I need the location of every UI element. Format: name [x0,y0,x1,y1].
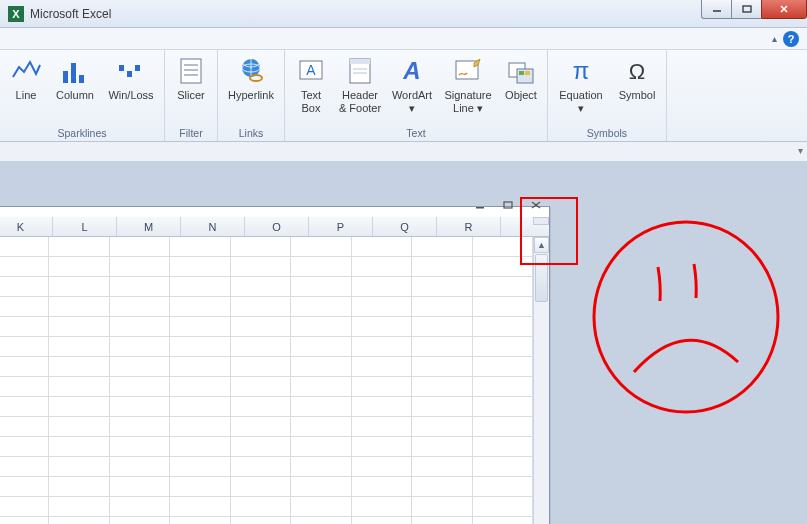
cell[interactable] [231,337,291,357]
cell[interactable] [473,517,533,524]
cell[interactable] [170,257,230,277]
cell[interactable] [231,257,291,277]
cell[interactable] [0,377,49,397]
col-header[interactable]: Q [373,217,437,236]
cell[interactable] [110,257,170,277]
cell[interactable] [473,257,533,277]
scroll-up-icon[interactable]: ▲ [534,237,549,253]
cell[interactable] [170,377,230,397]
cell[interactable] [110,237,170,257]
cell[interactable] [231,457,291,477]
cell[interactable] [170,477,230,497]
ribbon-collapse-icon[interactable]: ▴ [772,33,777,44]
cell[interactable] [231,377,291,397]
cell[interactable] [473,417,533,437]
cell[interactable] [291,317,351,337]
cell[interactable] [352,257,412,277]
vertical-scrollbar[interactable]: ▲ [533,237,549,524]
cell[interactable] [473,477,533,497]
cell[interactable] [170,337,230,357]
col-header[interactable]: K [0,217,53,236]
cell[interactable] [231,357,291,377]
cell[interactable] [473,497,533,517]
cell[interactable] [170,497,230,517]
cell[interactable] [0,517,49,524]
cell[interactable] [49,297,109,317]
cell[interactable] [412,437,472,457]
cell[interactable] [110,457,170,477]
cell[interactable] [170,437,230,457]
object-button[interactable]: Object [499,53,543,125]
maximize-button[interactable] [731,0,761,19]
cell[interactable] [291,337,351,357]
slicer-button[interactable]: Slicer [169,53,213,125]
cell[interactable] [412,477,472,497]
cell[interactable] [412,277,472,297]
hyperlink-button[interactable]: Hyperlink [222,53,280,125]
cell[interactable] [231,317,291,337]
cell[interactable] [0,297,49,317]
cell[interactable] [412,457,472,477]
scroll-thumb[interactable] [535,254,548,302]
cell[interactable] [291,437,351,457]
help-icon[interactable]: ? [783,31,799,47]
cell[interactable] [170,357,230,377]
cell[interactable] [231,397,291,417]
workbook-minimize-button[interactable] [473,199,487,211]
cell[interactable] [412,417,472,437]
sparkline-column-button[interactable]: Column [50,53,100,125]
cell[interactable] [170,417,230,437]
symbol-button[interactable]: Ω Symbol [612,53,662,125]
cell[interactable] [412,397,472,417]
workbook-maximize-button[interactable] [501,199,515,211]
cell[interactable] [0,417,49,437]
cell[interactable] [291,237,351,257]
cell[interactable] [170,397,230,417]
cell[interactable] [412,257,472,277]
cell[interactable] [352,457,412,477]
cell[interactable] [473,317,533,337]
minimize-button[interactable] [701,0,731,19]
cell[interactable] [352,517,412,524]
cell[interactable] [110,437,170,457]
cell[interactable] [352,497,412,517]
cell[interactable] [110,337,170,357]
cell[interactable] [49,337,109,357]
cell[interactable] [291,297,351,317]
cell[interactable] [0,457,49,477]
cell[interactable] [49,237,109,257]
cell[interactable] [49,477,109,497]
col-header[interactable]: L [53,217,117,236]
cell[interactable] [291,357,351,377]
cell[interactable] [291,457,351,477]
cell[interactable] [170,517,230,524]
cell[interactable] [352,377,412,397]
cell[interactable] [0,277,49,297]
cell[interactable] [110,497,170,517]
cell[interactable] [231,497,291,517]
cell[interactable] [473,297,533,317]
cell[interactable] [231,237,291,257]
cell-grid[interactable] [0,237,533,524]
cell[interactable] [412,497,472,517]
header-footer-button[interactable]: Header & Footer [335,53,385,125]
cell[interactable] [352,397,412,417]
cell[interactable] [473,377,533,397]
cell[interactable] [110,397,170,417]
cell[interactable] [291,257,351,277]
cell[interactable] [110,517,170,524]
cell[interactable] [412,517,472,524]
cell[interactable] [0,437,49,457]
cell[interactable] [0,257,49,277]
cell[interactable] [291,497,351,517]
cell[interactable] [352,277,412,297]
cell[interactable] [291,277,351,297]
cell[interactable] [110,297,170,317]
cell[interactable] [231,417,291,437]
cell[interactable] [473,457,533,477]
cell[interactable] [49,417,109,437]
cell[interactable] [49,357,109,377]
cell[interactable] [49,277,109,297]
cell[interactable] [231,277,291,297]
cell[interactable] [231,297,291,317]
